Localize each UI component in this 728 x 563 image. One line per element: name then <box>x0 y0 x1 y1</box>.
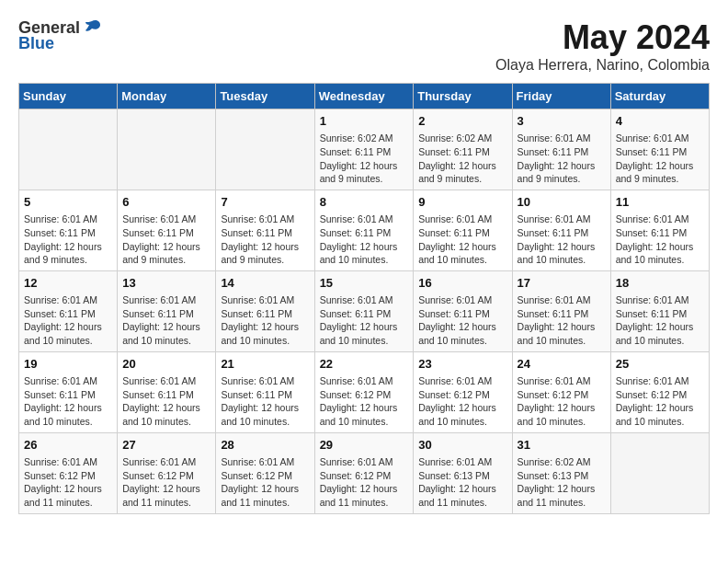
calendar-day-15: 15Sunrise: 6:01 AM Sunset: 6:11 PM Dayli… <box>314 270 414 351</box>
title-area: May 2024 Olaya Herrera, Narino, Colombia <box>495 18 710 74</box>
day-info: Sunrise: 6:01 AM Sunset: 6:12 PM Dayligh… <box>221 455 309 510</box>
day-info: Sunrise: 6:01 AM Sunset: 6:11 PM Dayligh… <box>616 293 704 348</box>
page-header: General Blue May 2024 Olaya Herrera, Nar… <box>18 18 710 74</box>
day-number: 9 <box>418 194 506 211</box>
day-number: 4 <box>616 113 704 130</box>
day-info: Sunrise: 6:01 AM Sunset: 6:11 PM Dayligh… <box>24 213 112 267</box>
calendar-day-10: 10Sunrise: 6:01 AM Sunset: 6:11 PM Dayli… <box>512 190 610 270</box>
calendar-day-29: 29Sunrise: 6:01 AM Sunset: 6:12 PM Dayli… <box>314 432 414 513</box>
day-number: 16 <box>418 275 506 292</box>
calendar-day-14: 14Sunrise: 6:01 AM Sunset: 6:11 PM Dayli… <box>216 270 314 351</box>
day-info: Sunrise: 6:01 AM Sunset: 6:12 PM Dayligh… <box>616 374 704 429</box>
calendar-day-8: 8Sunrise: 6:01 AM Sunset: 6:11 PM Daylig… <box>314 190 414 270</box>
day-info: Sunrise: 6:01 AM Sunset: 6:11 PM Dayligh… <box>122 213 210 267</box>
weekday-header-sunday: Sunday <box>19 84 118 109</box>
calendar-day-7: 7Sunrise: 6:01 AM Sunset: 6:11 PM Daylig… <box>216 190 314 270</box>
day-info: Sunrise: 6:01 AM Sunset: 6:11 PM Dayligh… <box>221 293 309 348</box>
day-number: 10 <box>518 194 606 211</box>
calendar-day-23: 23Sunrise: 6:01 AM Sunset: 6:12 PM Dayli… <box>414 351 512 432</box>
day-number: 11 <box>616 194 704 211</box>
calendar-day-16: 16Sunrise: 6:01 AM Sunset: 6:11 PM Dayli… <box>414 270 512 351</box>
calendar-week-row: 19Sunrise: 6:01 AM Sunset: 6:11 PM Dayli… <box>19 351 710 432</box>
calendar-day-25: 25Sunrise: 6:01 AM Sunset: 6:12 PM Dayli… <box>610 351 709 432</box>
calendar-day-31: 31Sunrise: 6:02 AM Sunset: 6:13 PM Dayli… <box>512 432 610 513</box>
calendar-day-11: 11Sunrise: 6:01 AM Sunset: 6:11 PM Dayli… <box>610 190 709 270</box>
day-info: Sunrise: 6:01 AM Sunset: 6:12 PM Dayligh… <box>518 374 606 429</box>
day-number: 21 <box>221 356 309 373</box>
calendar-week-row: 5Sunrise: 6:01 AM Sunset: 6:11 PM Daylig… <box>19 190 710 270</box>
calendar-day-2: 2Sunrise: 6:02 AM Sunset: 6:11 PM Daylig… <box>414 109 512 190</box>
calendar-week-row: 12Sunrise: 6:01 AM Sunset: 6:11 PM Dayli… <box>19 270 710 351</box>
day-number: 29 <box>320 437 409 454</box>
day-info: Sunrise: 6:01 AM Sunset: 6:12 PM Dayligh… <box>24 455 112 510</box>
location-title: Olaya Herrera, Narino, Colombia <box>495 57 710 74</box>
calendar-day-22: 22Sunrise: 6:01 AM Sunset: 6:12 PM Dayli… <box>314 351 414 432</box>
calendar-day-17: 17Sunrise: 6:01 AM Sunset: 6:11 PM Dayli… <box>512 270 610 351</box>
day-info: Sunrise: 6:02 AM Sunset: 6:13 PM Dayligh… <box>518 455 606 510</box>
day-number: 17 <box>518 275 606 292</box>
empty-day <box>610 432 709 513</box>
day-info: Sunrise: 6:02 AM Sunset: 6:11 PM Dayligh… <box>418 132 506 186</box>
day-number: 2 <box>418 113 506 130</box>
day-number: 14 <box>221 275 309 292</box>
calendar-table: SundayMondayTuesdayWednesdayThursdayFrid… <box>18 83 710 514</box>
calendar-day-6: 6Sunrise: 6:01 AM Sunset: 6:11 PM Daylig… <box>118 190 216 270</box>
day-info: Sunrise: 6:01 AM Sunset: 6:11 PM Dayligh… <box>221 213 309 267</box>
day-number: 3 <box>518 113 606 130</box>
day-number: 23 <box>418 356 506 373</box>
calendar-day-18: 18Sunrise: 6:01 AM Sunset: 6:11 PM Dayli… <box>610 270 709 351</box>
day-number: 5 <box>24 194 112 211</box>
calendar-day-20: 20Sunrise: 6:01 AM Sunset: 6:11 PM Dayli… <box>118 351 216 432</box>
calendar-day-9: 9Sunrise: 6:01 AM Sunset: 6:11 PM Daylig… <box>414 190 512 270</box>
weekday-header-monday: Monday <box>118 84 216 109</box>
weekday-header-thursday: Thursday <box>414 84 512 109</box>
day-info: Sunrise: 6:01 AM Sunset: 6:11 PM Dayligh… <box>518 213 606 267</box>
day-number: 25 <box>616 356 704 373</box>
calendar-day-5: 5Sunrise: 6:01 AM Sunset: 6:11 PM Daylig… <box>19 190 118 270</box>
empty-day <box>118 109 216 190</box>
weekday-header-tuesday: Tuesday <box>216 84 314 109</box>
day-number: 26 <box>24 437 112 454</box>
logo-bird-icon <box>82 17 102 38</box>
day-info: Sunrise: 6:01 AM Sunset: 6:11 PM Dayligh… <box>122 293 210 348</box>
calendar-day-12: 12Sunrise: 6:01 AM Sunset: 6:11 PM Dayli… <box>19 270 118 351</box>
day-number: 13 <box>122 275 210 292</box>
day-number: 28 <box>221 437 309 454</box>
calendar-day-19: 19Sunrise: 6:01 AM Sunset: 6:11 PM Dayli… <box>19 351 118 432</box>
calendar-week-row: 1Sunrise: 6:02 AM Sunset: 6:11 PM Daylig… <box>19 109 710 190</box>
day-number: 20 <box>122 356 210 373</box>
day-info: Sunrise: 6:01 AM Sunset: 6:11 PM Dayligh… <box>320 213 409 267</box>
calendar-day-30: 30Sunrise: 6:01 AM Sunset: 6:13 PM Dayli… <box>414 432 512 513</box>
logo: General Blue <box>18 18 102 53</box>
calendar-day-26: 26Sunrise: 6:01 AM Sunset: 6:12 PM Dayli… <box>19 432 118 513</box>
day-info: Sunrise: 6:01 AM Sunset: 6:11 PM Dayligh… <box>418 213 506 267</box>
day-number: 7 <box>221 194 309 211</box>
day-info: Sunrise: 6:01 AM Sunset: 6:11 PM Dayligh… <box>24 293 112 348</box>
day-number: 18 <box>616 275 704 292</box>
day-number: 15 <box>320 275 409 292</box>
day-info: Sunrise: 6:01 AM Sunset: 6:13 PM Dayligh… <box>418 455 506 510</box>
day-info: Sunrise: 6:01 AM Sunset: 6:11 PM Dayligh… <box>518 293 606 348</box>
day-info: Sunrise: 6:02 AM Sunset: 6:11 PM Dayligh… <box>320 132 409 186</box>
day-info: Sunrise: 6:01 AM Sunset: 6:12 PM Dayligh… <box>122 455 210 510</box>
weekday-header-friday: Friday <box>512 84 610 109</box>
calendar-day-1: 1Sunrise: 6:02 AM Sunset: 6:11 PM Daylig… <box>314 109 414 190</box>
day-number: 24 <box>518 356 606 373</box>
day-info: Sunrise: 6:01 AM Sunset: 6:12 PM Dayligh… <box>418 374 506 429</box>
empty-day <box>216 109 314 190</box>
day-info: Sunrise: 6:01 AM Sunset: 6:11 PM Dayligh… <box>616 132 704 186</box>
day-number: 31 <box>518 437 606 454</box>
day-info: Sunrise: 6:01 AM Sunset: 6:11 PM Dayligh… <box>616 213 704 267</box>
calendar-day-3: 3Sunrise: 6:01 AM Sunset: 6:11 PM Daylig… <box>512 109 610 190</box>
day-info: Sunrise: 6:01 AM Sunset: 6:12 PM Dayligh… <box>320 374 409 429</box>
calendar-day-21: 21Sunrise: 6:01 AM Sunset: 6:11 PM Dayli… <box>216 351 314 432</box>
calendar-day-13: 13Sunrise: 6:01 AM Sunset: 6:11 PM Dayli… <box>118 270 216 351</box>
calendar-day-27: 27Sunrise: 6:01 AM Sunset: 6:12 PM Dayli… <box>118 432 216 513</box>
month-title: May 2024 <box>495 18 710 57</box>
calendar-day-4: 4Sunrise: 6:01 AM Sunset: 6:11 PM Daylig… <box>610 109 709 190</box>
day-number: 8 <box>320 194 409 211</box>
calendar-week-row: 26Sunrise: 6:01 AM Sunset: 6:12 PM Dayli… <box>19 432 710 513</box>
day-info: Sunrise: 6:01 AM Sunset: 6:12 PM Dayligh… <box>320 455 409 510</box>
weekday-header-row: SundayMondayTuesdayWednesdayThursdayFrid… <box>19 84 710 109</box>
day-info: Sunrise: 6:01 AM Sunset: 6:11 PM Dayligh… <box>221 374 309 429</box>
